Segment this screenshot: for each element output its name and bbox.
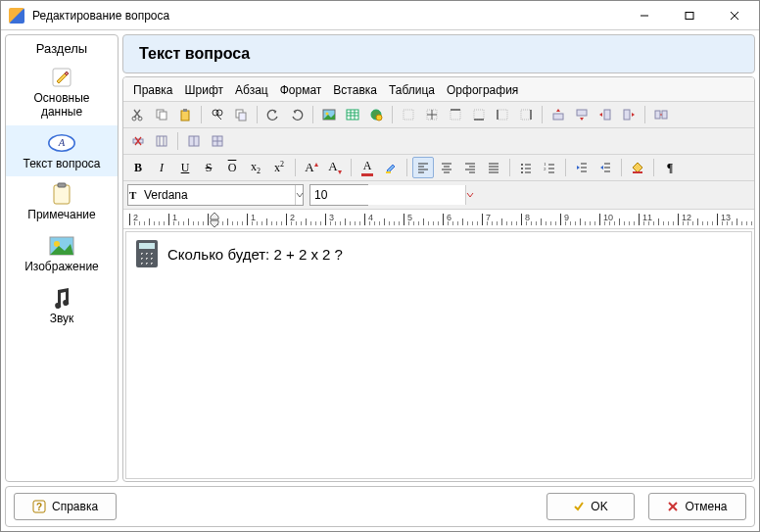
border-top-button[interactable] [445,104,466,125]
delete-col-button[interactable] [151,130,172,152]
help-button[interactable]: ? Справка [14,493,117,520]
window: Редактирование вопроса Разделы Основные … [0,0,760,532]
insert-col-left-button[interactable] [594,104,616,125]
redo-button[interactable] [286,104,308,125]
doc-text[interactable]: Сколько будет: 2 + 2 х 2 ? [167,246,343,263]
menu-paragraph[interactable]: Абзац [229,81,274,99]
sidebar-item-question-text[interactable]: A Текст вопроса [6,125,118,177]
merge-cells-button[interactable] [650,104,672,125]
align-left-button[interactable] [412,157,434,178]
app-icon [9,8,24,24]
indent-increase-button[interactable] [594,157,616,178]
maximize-button[interactable] [667,2,712,29]
strikethrough-button[interactable]: S [198,157,219,178]
menu-table[interactable]: Таблица [383,81,441,99]
menu-font[interactable]: Шрифт [179,81,229,99]
copy-button[interactable] [151,104,172,125]
menu-edit[interactable]: Правка [127,81,179,99]
superscript-button[interactable]: x2 [268,157,290,178]
insert-image-button[interactable] [318,104,340,125]
svg-rect-52 [157,136,166,146]
ruler-indent-marker[interactable] [210,212,219,229]
svg-text:2: 2 [544,167,546,171]
svg-rect-43 [553,114,563,120]
show-paragraph-button[interactable]: ¶ [659,157,681,178]
section-title: Текст вопроса [139,45,250,62]
svg-rect-7 [54,185,70,204]
split-cell-button[interactable] [183,130,205,152]
cancel-button[interactable]: Отмена [648,493,746,520]
editor-panel: Правка Шрифт Абзац Формат Вставка Таблиц… [122,76,755,482]
border-bottom-button[interactable] [468,104,490,125]
insert-row-above-button[interactable] [547,104,569,125]
border-all-button[interactable] [421,104,443,125]
help-icon: ? [32,500,46,513]
align-right-button[interactable] [459,157,481,178]
svg-point-77 [521,164,523,166]
svg-point-79 [521,171,523,173]
sidebar-item-main-data[interactable]: Основные данные [6,60,118,125]
highlight-button[interactable] [380,157,402,178]
font-size-combo[interactable] [309,184,368,206]
insert-table-button[interactable] [342,104,363,125]
replace-button[interactable] [230,104,252,125]
find-button[interactable] [207,104,228,125]
editor-document[interactable]: Сколько будет: 2 + 2 х 2 ? [125,231,752,479]
svg-rect-94 [633,171,642,173]
sidebar-item-note[interactable]: Примечание [6,176,118,228]
text-icon: A [48,131,75,155]
svg-rect-45 [604,110,610,120]
font-increase-button[interactable]: A▴ [301,157,322,178]
svg-rect-44 [577,110,587,116]
ok-button[interactable]: OK [546,493,635,520]
subscript-button[interactable]: x2 [245,157,266,178]
ruler[interactable]: 211234567891011121314 [123,210,754,229]
font-decrease-button[interactable]: A▾ [324,157,346,178]
font-family-combo[interactable]: T [127,184,304,206]
table-properties-button[interactable] [207,130,228,152]
menu-spelling[interactable]: Орфография [441,81,524,99]
sidebar-item-sound[interactable]: Звук [6,280,118,332]
insert-object-button[interactable] [365,104,387,125]
bold-button[interactable]: B [127,157,149,178]
overline-button[interactable]: O [221,157,243,178]
close-button[interactable] [712,2,757,29]
border-right-button[interactable] [515,104,537,125]
svg-rect-47 [655,111,660,119]
menu-format[interactable]: Формат [274,81,328,99]
italic-button[interactable]: I [151,157,172,178]
svg-rect-48 [662,111,667,119]
border-none-button[interactable] [398,104,419,125]
section-header: Текст вопроса [122,34,755,73]
svg-text:?: ? [36,502,42,512]
cut-button[interactable] [127,104,149,125]
border-left-button[interactable] [492,104,513,125]
insert-row-below-button[interactable] [571,104,593,125]
toolbar-font: T [123,181,754,210]
minimize-button[interactable] [622,2,667,29]
underline-button[interactable]: U [174,157,196,178]
delete-row-button[interactable] [127,130,149,152]
chevron-down-icon[interactable] [465,185,474,205]
font-color-button[interactable]: A [356,157,378,178]
svg-rect-39 [498,110,507,120]
pencil-icon [48,66,75,89]
svg-rect-35 [451,110,460,120]
svg-rect-1 [686,12,693,19]
chevron-down-icon[interactable] [295,185,304,205]
undo-button[interactable] [262,104,284,125]
bullet-list-button[interactable] [515,157,537,178]
font-size-input[interactable] [310,185,465,205]
sidebar-item-image[interactable]: Изображение [6,228,118,280]
numbered-list-button[interactable]: 12 [539,157,560,178]
paste-button[interactable] [174,104,196,125]
font-family-input[interactable] [140,185,295,205]
svg-rect-31 [404,110,413,120]
insert-col-right-button[interactable] [618,104,640,125]
fill-color-button[interactable] [627,157,648,178]
footer: ? Справка OK Отмена [5,486,755,527]
menu-insert[interactable]: Вставка [327,81,383,99]
indent-decrease-button[interactable] [571,157,593,178]
align-center-button[interactable] [436,157,457,178]
align-justify-button[interactable] [483,157,504,178]
